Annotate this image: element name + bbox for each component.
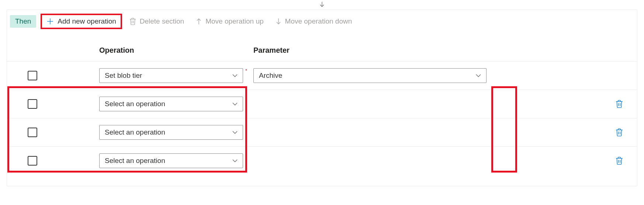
trash-icon — [129, 18, 136, 25]
move-down-button[interactable]: Move operation down — [271, 15, 357, 28]
table-header: Operation Parameter — [7, 33, 637, 61]
required-indicator: * — [245, 125, 247, 130]
delete-row-button[interactable] — [602, 157, 637, 165]
table-row: Select an operation * — [7, 90, 637, 118]
chevron-down-icon — [232, 129, 238, 135]
add-operation-button[interactable]: Add new operation — [42, 15, 120, 28]
chevron-down-icon — [476, 73, 481, 79]
plus-icon — [46, 18, 54, 25]
arrow-up-icon — [196, 18, 202, 25]
move-up-button[interactable]: Move operation up — [191, 15, 268, 28]
table-row: Set blob tier * Archive — [7, 61, 637, 90]
operation-select[interactable]: Set blob tier * — [99, 68, 243, 83]
operation-select[interactable]: Select an operation * — [99, 153, 243, 168]
delete-row-button[interactable] — [602, 128, 637, 136]
parameter-select[interactable]: Archive — [253, 68, 487, 83]
row-checkbox[interactable] — [28, 128, 37, 137]
parameter-select-label: Archive — [259, 72, 476, 80]
row-checkbox[interactable] — [28, 156, 37, 166]
operation-select-label: Set blob tier — [105, 72, 232, 80]
then-badge: Then — [10, 15, 36, 28]
move-down-label: Move operation down — [285, 17, 352, 25]
delete-section-button[interactable]: Delete section — [125, 15, 188, 28]
operation-panel: Then Add new operation — [7, 10, 637, 186]
arrow-down-icon — [319, 1, 325, 9]
required-indicator: * — [245, 153, 247, 159]
highlight-add-operation: Add new operation — [41, 14, 122, 29]
table-row: Select an operation * — [7, 118, 637, 146]
operation-select[interactable]: Select an operation * — [99, 125, 243, 140]
required-indicator: * — [245, 96, 247, 102]
operation-select[interactable]: Select an operation * — [99, 97, 243, 111]
chevron-down-icon — [232, 73, 238, 79]
header-parameter: Parameter — [253, 46, 602, 55]
chevron-down-icon — [232, 101, 238, 107]
operation-select-label: Select an operation — [105, 128, 232, 136]
add-operation-label: Add new operation — [58, 17, 116, 25]
toolbar: Then Add new operation — [7, 10, 637, 33]
row-checkbox[interactable] — [28, 99, 37, 109]
chevron-down-icon — [232, 158, 238, 164]
header-operation: Operation — [99, 46, 253, 55]
operation-select-label: Select an operation — [105, 157, 232, 165]
arrow-down-icon — [276, 18, 281, 25]
required-indicator: * — [245, 68, 247, 73]
delete-row-button[interactable] — [602, 100, 637, 108]
table-row: Select an operation * — [7, 146, 637, 175]
move-up-label: Move operation up — [205, 17, 263, 25]
delete-section-label: Delete section — [140, 17, 184, 25]
row-checkbox[interactable] — [28, 71, 37, 80]
operation-select-label: Select an operation — [105, 100, 232, 108]
